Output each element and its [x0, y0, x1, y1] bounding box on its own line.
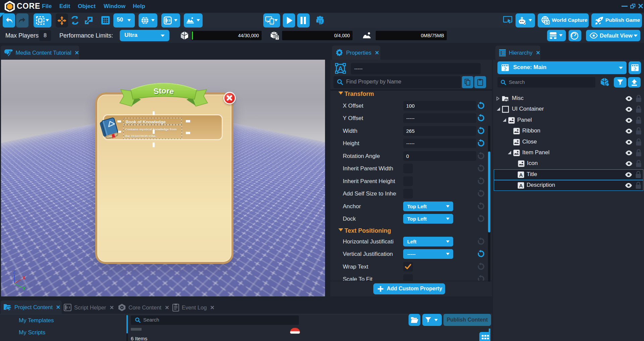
svg-text:A: A — [519, 183, 523, 188]
svg-text:A: A — [519, 172, 523, 178]
svg-text:Y: Y — [22, 286, 25, 291]
svg-text:X: X — [22, 275, 25, 280]
svg-text:Store: Store — [153, 86, 174, 96]
svg-text:Z: Z — [13, 270, 16, 275]
svg-text:A: A — [338, 65, 343, 72]
